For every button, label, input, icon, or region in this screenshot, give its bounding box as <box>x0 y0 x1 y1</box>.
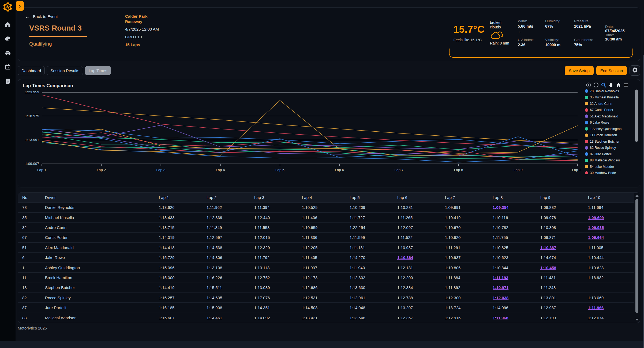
lap-time-cell: 1:10.444 <box>586 253 634 262</box>
lap-times-chart-card: Lap Times Comparison <box>18 79 640 187</box>
back-to-event-link[interactable]: ← Back to Event <box>25 14 58 19</box>
lap-time-cell: 1:12.038 <box>491 293 539 303</box>
page-scrollbar-thumb[interactable] <box>643 55 644 348</box>
best-lap-time-link[interactable]: 1:10.387 <box>540 245 556 250</box>
zoom-in-icon[interactable] <box>586 82 591 88</box>
lap-time-cell: 1:10.987 <box>396 243 443 253</box>
calendar-icon[interactable] <box>4 64 11 71</box>
table-row: 13Stephen Butcher1:14.4191:15.5111:13.03… <box>18 283 634 293</box>
home-icon[interactable] <box>4 21 11 28</box>
lap-time-cell: 1:10.659 <box>300 223 348 232</box>
lap-time-cell: 1:10.937 <box>443 253 491 262</box>
legend-color-dot <box>585 171 588 174</box>
zoom-select-icon[interactable] <box>601 82 606 88</box>
scroll-down-arrow-icon[interactable] <box>635 319 639 321</box>
lap-time-cell: 1:09.978 <box>539 212 586 222</box>
best-lap-time-link[interactable]: 1:11.968 <box>493 316 508 320</box>
table-scrollbar-thumb[interactable] <box>635 199 638 313</box>
save-setup-button[interactable]: Save Setup <box>565 66 594 75</box>
legend-item[interactable]: 30 Matthew Bode <box>585 170 633 175</box>
legend-item[interactable]: 54 Luke Maeder <box>585 164 633 170</box>
lap-time-cell: 1:13.039 <box>253 283 300 293</box>
lap-time-cell: 1:11.727 <box>348 212 396 222</box>
table-column-header: Lap 3 <box>253 193 300 202</box>
table-column-header: Driver <box>43 193 157 202</box>
tab-dashboard[interactable]: Dashboard <box>18 66 45 75</box>
table-header-row: No.DriverLap 1Lap 2Lap 3Lap 4Lap 5Lap 6L… <box>18 193 634 202</box>
best-lap-time-link[interactable]: 1:10.971 <box>493 285 508 290</box>
legend-item[interactable]: 67 Curtis Porter <box>585 107 633 113</box>
wind-direction-arrow: ← <box>518 29 541 34</box>
lap-time-cell: 1:13.626 <box>157 202 205 212</box>
sidebar-expand-button[interactable]: › <box>16 1 24 11</box>
lap-time-cell: 1:10.623 <box>491 253 539 262</box>
table-row: 32Andre Curin1:13.7151:11.8491:11.5531:1… <box>18 223 634 232</box>
legend-item[interactable]: 32 Andre Curin <box>585 101 633 107</box>
driver-name-cell: Andre Curin <box>43 223 157 232</box>
news-icon[interactable] <box>4 78 11 85</box>
tab-session-results[interactable]: Session Results <box>47 66 83 75</box>
legend-driver-label: 54 Luke Maeder <box>590 165 614 169</box>
lap-time-cell: 1:11.599 <box>348 232 396 242</box>
best-lap-time-link[interactable]: 1:09.699 <box>588 215 604 220</box>
best-lap-time-link[interactable]: 1:10.364 <box>397 255 413 260</box>
lap-time-cell: 1:09.664 <box>586 232 634 242</box>
legend-item[interactable]: 13 Stephen Butcher <box>585 138 633 145</box>
driver-name-cell: Daniel Reynolds <box>43 202 157 212</box>
lap-time-cell: 1:11.405 <box>300 253 348 262</box>
lap-time-cell: 1:12.987 <box>539 303 586 313</box>
car-number-cell: 87 <box>18 303 43 313</box>
tab-lap-times[interactable]: Lap Times <box>85 66 111 75</box>
weather-cloudiness: Cloudiness: 75% <box>574 38 600 47</box>
legend-item[interactable]: 51 Alex Macdonald <box>585 113 633 120</box>
legend-item[interactable]: 82 Rocco Spinley <box>585 145 633 151</box>
legend-color-dot <box>585 140 588 143</box>
best-lap-time-link[interactable]: 1:11.966 <box>588 305 604 310</box>
best-lap-time-link[interactable]: 1:12.038 <box>493 295 508 300</box>
sidebar <box>0 0 16 341</box>
best-lap-time-link[interactable]: 1:11.193 <box>493 275 508 280</box>
legend-scrollbar-thumb[interactable] <box>635 90 638 142</box>
sidebar-nav <box>4 21 11 85</box>
legend-item[interactable]: 35 Michael Kinsella <box>585 94 633 101</box>
legend-item[interactable]: 87 Jure Portelli <box>585 151 633 157</box>
lap-time-cell: 1:11.968 <box>491 313 539 323</box>
settings-button[interactable] <box>630 65 640 76</box>
legend-item[interactable]: 6 Jake Rowe <box>585 120 633 126</box>
helmet-icon[interactable] <box>4 35 11 42</box>
table-row: 6Jake Rowe1:15.7291:14.3061:11.7921:11.4… <box>18 253 634 262</box>
best-lap-time-link[interactable]: 1:09.354 <box>493 205 508 210</box>
end-session-button[interactable]: End Session <box>596 66 627 75</box>
legend-item[interactable]: 1 Ashley Quiddington <box>585 126 633 132</box>
weather-bracket-border <box>449 49 633 58</box>
lap-time-cell: 1:22.254 <box>348 223 396 232</box>
reset-axes-home-icon[interactable] <box>616 82 621 88</box>
legend-driver-label: 6 Jake Rowe <box>590 121 609 124</box>
table-column-header: Lap 6 <box>396 193 443 202</box>
lap-time-cell: 1:10.825 <box>491 243 539 253</box>
legend-color-dot <box>585 102 588 105</box>
cloud-icon <box>491 30 512 41</box>
driver-name-cell: Ashley Quiddington <box>43 262 157 272</box>
legend-item[interactable]: 11 Brock Hamilton <box>585 132 633 139</box>
best-lap-time-link[interactable]: 1:10.458 <box>540 265 556 270</box>
lap-time-cell: 1:09.832 <box>539 202 586 212</box>
motorlytics-logo-icon[interactable] <box>2 2 13 12</box>
legend-color-dot <box>585 159 588 162</box>
lap-time-cell: 1:15.908 <box>205 303 253 313</box>
legend-item[interactable]: 88 Mallacai Windsor <box>585 157 633 164</box>
svg-text:Lap 10: Lap 10 <box>572 168 580 172</box>
lap-time-cell: 1:12.339 <box>205 212 253 222</box>
scroll-up-arrow-icon[interactable] <box>635 195 639 197</box>
legend-item[interactable]: 78 Daniel Reynolds <box>585 88 633 94</box>
menu-icon[interactable] <box>623 82 629 88</box>
legend-driver-label: 67 Curtis Porter <box>590 108 613 112</box>
zoom-out-icon[interactable] <box>593 82 599 88</box>
car-icon[interactable] <box>4 49 11 56</box>
legend-color-dot <box>585 146 588 150</box>
legend-color-dot <box>585 165 588 168</box>
best-lap-time-link[interactable]: 1:09.664 <box>588 235 604 240</box>
pan-icon[interactable] <box>608 82 614 88</box>
best-lap-time-link[interactable]: 1:09.935 <box>588 225 604 230</box>
lap-time-cell: 1:12.440 <box>253 212 300 222</box>
